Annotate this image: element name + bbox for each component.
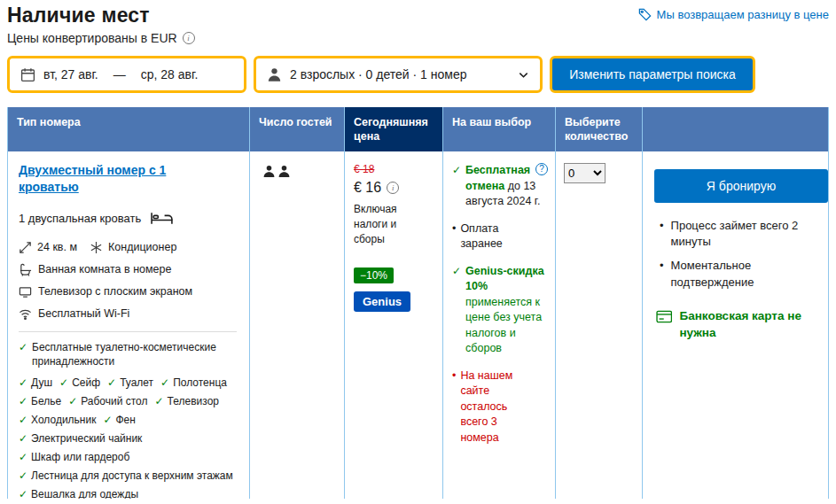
room-type-cell: Двухместный номер с 1 кроватью 1 двуспал…	[8, 151, 250, 499]
amenities-divider	[19, 331, 237, 332]
genius-discount-label: Genius-скидка 10%	[465, 265, 544, 293]
prepayment: Оплата заранее	[452, 221, 548, 252]
check-icon	[452, 264, 461, 357]
prepayment-label: Оплата заранее	[460, 221, 543, 252]
reserve-bullet: Моментальное подтверждение	[660, 258, 817, 290]
no-card-label: Банковская карта не нужна	[679, 308, 817, 342]
price-match-link[interactable]: Мы возвращаем разницу в цене	[638, 8, 829, 21]
quantity-select[interactable]: 0	[564, 163, 606, 183]
col-header-room-type: Тип номера	[8, 107, 250, 151]
currency-note-label: Цены конвертированы в EUR	[7, 31, 177, 45]
amenity-item: Телевизор	[155, 395, 219, 407]
occupancy-field[interactable]: 2 взрослых · 0 детей · 1 номер	[254, 56, 543, 93]
amenity-item: Рабочий стол	[68, 395, 147, 407]
bullet-icon	[660, 218, 664, 250]
availability-page: Наличие мест Мы возвращаем разницу в цен…	[0, 0, 836, 499]
amenity-header-label: Бесплатные туалетно-косметические принад…	[32, 340, 240, 368]
occupancy-label: 2 взрослых · 0 детей · 1 номер	[290, 67, 510, 81]
check-icon	[68, 395, 77, 407]
old-price: € 18	[354, 163, 435, 175]
reserve-bullet: Процесс займет всего 2 минуты	[660, 218, 817, 250]
check-icon	[19, 451, 27, 463]
date-separator: —	[113, 67, 126, 81]
amenity-item: Электрический чайник	[19, 432, 142, 445]
col-header-reserve	[643, 107, 828, 151]
check-icon	[19, 414, 27, 426]
check-icon	[19, 488, 27, 499]
amenity-item: Туалет	[107, 376, 153, 389]
room-row: Двухместный номер с 1 кроватью 1 двуспал…	[8, 151, 828, 499]
room-name-link[interactable]: Двухместный номер с 1 кроватью	[19, 162, 200, 196]
check-icon	[103, 414, 112, 426]
quantity-cell: 0	[556, 151, 643, 499]
feature-wifi: Бесплатный Wi-Fi	[19, 307, 240, 321]
col-header-price: Сегодняшняя цена	[345, 107, 443, 151]
wifi-icon	[19, 307, 32, 321]
price-cell: € 18 € 16 Включая налоги и сборы −10% Ge…	[345, 151, 443, 499]
check-icon	[452, 163, 461, 210]
calendar-icon	[20, 67, 35, 82]
bank-card-icon	[656, 310, 672, 323]
check-icon	[19, 376, 27, 389]
feature-wifi-label: Бесплатный Wi-Fi	[38, 307, 129, 320]
scarcity-warning: На нашем сайте осталось всего 3 номера	[452, 368, 548, 446]
amenity-item: Сейф	[59, 376, 100, 389]
col-header-choices: На ваш выбор	[443, 107, 556, 151]
check-icon	[19, 432, 27, 445]
genius-discount-detail: применяется к цене без учета налогов и с…	[465, 296, 542, 355]
reserve-cell: Я бронирую Процесс займет всего 2 минуты…	[643, 151, 828, 499]
genius-discount: Genius-скидка 10% применяется к цене без…	[452, 264, 548, 357]
check-icon	[107, 376, 116, 389]
date-range-field[interactable]: вт, 27 авг. — ср, 28 авг.	[7, 56, 246, 93]
info-icon[interactable]	[183, 32, 195, 44]
aircon: Кондиционер	[90, 241, 176, 254]
amenity-item: Белье	[19, 395, 61, 407]
amenity-item: Фен	[103, 414, 136, 426]
check-icon	[19, 395, 27, 407]
scarcity-label: На нашем сайте осталось всего 3 номера	[460, 368, 522, 446]
search-bar: вт, 27 авг. — ср, 28 авг. 2 взрослых · 0…	[7, 56, 829, 93]
aircon-label: Кондиционер	[108, 241, 176, 253]
bullet-icon	[660, 258, 664, 290]
guest-icon	[262, 165, 276, 178]
check-icon	[155, 395, 164, 407]
col-header-quantity: Выберите количество	[556, 107, 643, 151]
person-icon	[267, 67, 282, 82]
check-icon	[19, 469, 27, 482]
bathroom-icon	[19, 263, 32, 276]
feature-bathroom-label: Ванная комната в номере	[38, 263, 171, 275]
amenity-item: Полотенца	[160, 376, 227, 389]
check-icon	[59, 376, 68, 389]
feature-tv: Телевизор с плоским экраном	[19, 285, 240, 299]
room-specs: 24 кв. м Кондиционер	[19, 241, 240, 254]
bed-label: 1 двуспальная кровать	[19, 212, 141, 225]
no-card-note: Банковская карта не нужна	[654, 308, 817, 342]
reserve-button[interactable]: Я бронирую	[654, 169, 828, 203]
current-price: € 16	[354, 180, 435, 196]
genius-badge: Genius	[354, 291, 410, 312]
reserve-bullets: Процесс займет всего 2 минуты Моментальн…	[654, 218, 817, 291]
check-icon	[19, 340, 27, 368]
discount-badge: −10%	[354, 268, 394, 283]
room-size-label: 24 кв. м	[37, 241, 77, 253]
amenity-item: Вешалка для одежды	[19, 488, 138, 499]
price-match-label: Мы возвращаем разницу в цене	[657, 8, 829, 21]
guests-cell	[250, 151, 345, 499]
help-icon[interactable]	[535, 163, 548, 175]
checkout-date: ср, 28 авг.	[141, 67, 199, 81]
free-cancellation: Бесплатная отмена до 13 августа 2024 г.	[452, 163, 548, 210]
amenity-list: Душ Сейф Туалет Полотенца Белье Рабочий …	[19, 376, 246, 499]
amenity-header: Бесплатные туалетно-косметические принад…	[19, 340, 240, 368]
amenity-item: Душ	[19, 376, 52, 389]
tag-icon	[638, 8, 652, 21]
guest-icon	[277, 165, 291, 178]
table-header-row: Тип номера Число гостей Сегодняшняя цена…	[8, 107, 828, 151]
current-price-value: € 16	[354, 180, 381, 196]
change-search-button[interactable]: Изменить параметры поиска	[550, 56, 755, 93]
rooms-table: Тип номера Число гостей Сегодняшняя цена…	[7, 107, 829, 499]
col-header-guests: Число гостей	[250, 107, 345, 151]
price-info-icon[interactable]	[387, 182, 399, 194]
page-title: Наличие мест	[7, 4, 150, 27]
currency-note: Цены конвертированы в EUR	[7, 31, 829, 45]
choices-cell: Бесплатная отмена до 13 августа 2024 г. …	[443, 151, 556, 499]
